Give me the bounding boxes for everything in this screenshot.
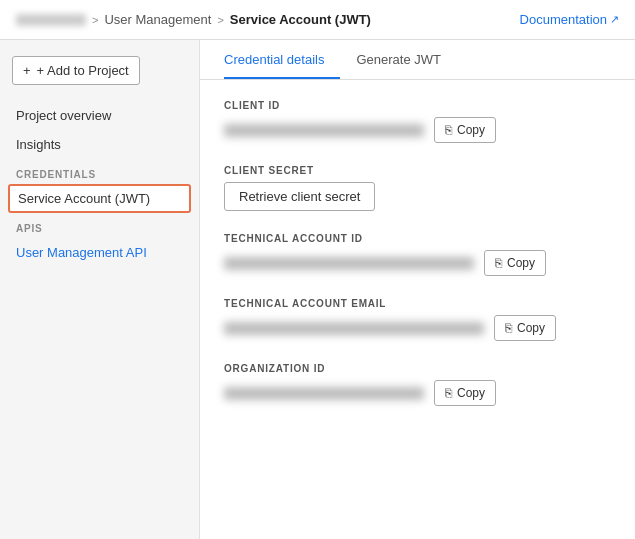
copy-icon-2: ⎘ <box>495 256 502 270</box>
client-id-value <box>224 124 424 137</box>
technical-account-id-section: TECHNICAL ACCOUNT ID ⎘ Copy <box>224 233 611 276</box>
technical-account-email-value <box>224 322 484 335</box>
external-link-icon: ↗ <box>610 13 619 26</box>
organization-id-row: ⎘ Copy <box>224 380 611 406</box>
technical-account-id-value <box>224 257 474 270</box>
sidebar-item-user-management-api[interactable]: User Management API <box>0 238 199 267</box>
credentials-section-label: CREDENTIALS <box>0 159 199 184</box>
technical-account-email-copy-button[interactable]: ⎘ Copy <box>494 315 556 341</box>
retrieve-client-secret-button[interactable]: Retrieve client secret <box>224 182 375 211</box>
client-secret-section: CLIENT SECRET Retrieve client secret <box>224 165 611 211</box>
sidebar-item-insights[interactable]: Insights <box>0 130 199 159</box>
technical-account-email-label: TECHNICAL ACCOUNT EMAIL <box>224 298 611 309</box>
breadcrumb-sep-1: > <box>92 14 98 26</box>
main-content: Credential details Generate JWT CLIENT I… <box>200 40 635 539</box>
copy-icon-4: ⎘ <box>445 386 452 400</box>
top-bar: > User Management > Service Account (JWT… <box>0 0 635 40</box>
content-area: CLIENT ID ⎘ Copy CLIENT SECRET Retrieve … <box>200 80 635 448</box>
apis-section-label: APIS <box>0 213 199 238</box>
sidebar: + + Add to Project Project overview Insi… <box>0 40 200 539</box>
client-id-section: CLIENT ID ⎘ Copy <box>224 100 611 143</box>
organization-id-section: ORGANIZATION ID ⎘ Copy <box>224 363 611 406</box>
copy-icon-3: ⎘ <box>505 321 512 335</box>
sidebar-item-project-overview[interactable]: Project overview <box>0 101 199 130</box>
sidebar-item-service-account-jwt[interactable]: Service Account (JWT) <box>8 184 191 213</box>
organization-id-value <box>224 387 424 400</box>
breadcrumb-current-page: Service Account (JWT) <box>230 12 371 27</box>
tab-credential-details[interactable]: Credential details <box>224 40 340 79</box>
organization-id-copy-button[interactable]: ⎘ Copy <box>434 380 496 406</box>
plus-icon: + <box>23 63 31 78</box>
breadcrumb: > User Management > Service Account (JWT… <box>16 12 371 27</box>
client-id-row: ⎘ Copy <box>224 117 611 143</box>
technical-account-id-copy-button[interactable]: ⎘ Copy <box>484 250 546 276</box>
breadcrumb-project-name <box>16 14 86 26</box>
technical-account-email-row: ⎘ Copy <box>224 315 611 341</box>
documentation-link[interactable]: Documentation ↗ <box>520 12 619 27</box>
technical-account-email-section: TECHNICAL ACCOUNT EMAIL ⎘ Copy <box>224 298 611 341</box>
breadcrumb-sep-2: > <box>217 14 223 26</box>
technical-account-id-row: ⎘ Copy <box>224 250 611 276</box>
organization-id-label: ORGANIZATION ID <box>224 363 611 374</box>
main-layout: + + Add to Project Project overview Insi… <box>0 40 635 539</box>
client-id-label: CLIENT ID <box>224 100 611 111</box>
breadcrumb-user-management[interactable]: User Management <box>104 12 211 27</box>
client-id-copy-button[interactable]: ⎘ Copy <box>434 117 496 143</box>
tab-generate-jwt[interactable]: Generate JWT <box>356 40 457 79</box>
add-to-project-button[interactable]: + + Add to Project <box>12 56 140 85</box>
technical-account-id-label: TECHNICAL ACCOUNT ID <box>224 233 611 244</box>
client-secret-row: Retrieve client secret <box>224 182 611 211</box>
client-secret-label: CLIENT SECRET <box>224 165 611 176</box>
tabs-bar: Credential details Generate JWT <box>200 40 635 80</box>
copy-icon: ⎘ <box>445 123 452 137</box>
